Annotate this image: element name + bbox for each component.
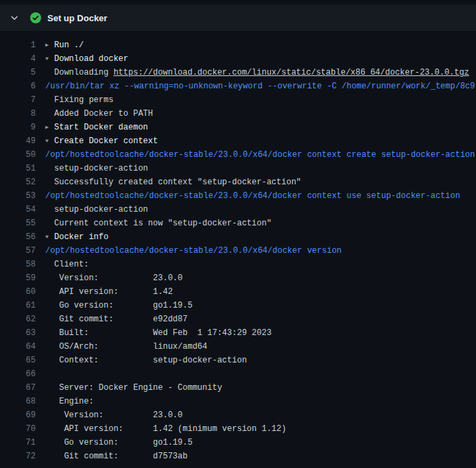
check-circle-icon	[30, 12, 41, 23]
line-number[interactable]: 56	[0, 230, 36, 244]
group-title: Create Docker context	[54, 136, 158, 146]
log-text: Successfully created context "setup-dock…	[45, 175, 301, 189]
log-line: 64 OS/Arch: linux/amd64	[0, 340, 476, 354]
line-number[interactable]: 5	[0, 66, 36, 79]
log-line: 69 Version: 23.0.0	[0, 408, 476, 422]
line-number[interactable]: 61	[0, 299, 36, 312]
log-text: Git commit: d7573ab	[45, 449, 187, 463]
log-line: 50/opt/hostedtoolcache/docker-stable/23.…	[0, 148, 476, 162]
log-text: Git commit: e92dd87	[45, 312, 187, 326]
log-text: /opt/hostedtoolcache/docker-stable/23.0.…	[45, 148, 475, 162]
log-text: Go version: go1.19.5	[45, 299, 193, 312]
log-group-line[interactable]: 56▼Docker info	[0, 230, 476, 244]
log-line: 53/opt/hostedtoolcache/docker-stable/23.…	[0, 189, 476, 203]
log-text: ▼Download docker	[45, 52, 128, 66]
line-number[interactable]: 55	[0, 217, 36, 230]
log-text: API version: 1.42	[45, 285, 173, 299]
log-line: 54setup-docker-action	[0, 203, 476, 217]
log-text: Server: Docker Engine - Community	[45, 381, 222, 395]
chevron-down-icon[interactable]	[9, 12, 20, 23]
line-number[interactable]: 64	[0, 340, 36, 354]
line-number[interactable]: 63	[0, 326, 36, 340]
line-number[interactable]: 65	[0, 354, 36, 367]
log-group-line[interactable]: 9▶Start Docker daemon	[0, 121, 476, 134]
log-text: Added Docker to PATH	[45, 107, 153, 121]
log-line: 5Downloading https://download.docker.com…	[0, 66, 476, 79]
line-number[interactable]: 9	[0, 121, 36, 134]
line-number[interactable]: 58	[0, 258, 36, 271]
log-group-line[interactable]: 49▼Create Docker context	[0, 134, 476, 148]
line-number[interactable]: 8	[0, 107, 36, 121]
line-number[interactable]: 62	[0, 312, 36, 326]
log-text: Version: 23.0.0	[45, 408, 182, 422]
log-text: /usr/bin/tar xz --warning=no-unknown-key…	[45, 79, 475, 93]
log-group-line[interactable]: 1▶Run ./	[0, 38, 476, 52]
line-number[interactable]: 59	[0, 271, 36, 285]
chevron-down-icon: ▼	[45, 134, 54, 148]
line-number[interactable]: 66	[0, 367, 36, 381]
log-text: Client:	[45, 258, 88, 271]
chevron-right-icon: ▶	[45, 121, 54, 134]
group-title: Start Docker daemon	[54, 123, 148, 132]
log-line: 65 Context: setup-docker-action	[0, 354, 476, 367]
log-text: Downloading https://download.docker.com/…	[45, 66, 469, 79]
log-line: 61 Go version: go1.19.5	[0, 299, 476, 312]
line-number[interactable]: 50	[0, 148, 36, 162]
log-text: Engine:	[45, 395, 94, 408]
log-text: OS/Arch: linux/amd64	[45, 340, 207, 354]
line-number[interactable]: 60	[0, 285, 36, 299]
log-text: Built: Wed Feb 1 17:43:29 2023	[45, 326, 272, 340]
log-text: Fixing perms	[45, 93, 113, 107]
line-number[interactable]: 70	[0, 422, 36, 436]
chevron-down-icon: ▼	[45, 52, 54, 66]
log-line: 57/opt/hostedtoolcache/docker-stable/23.…	[0, 244, 476, 258]
log-line: 72 Git commit: d7573ab	[0, 449, 476, 463]
log-text: /opt/hostedtoolcache/docker-stable/23.0.…	[45, 189, 460, 203]
log-line: 60 API version: 1.42	[0, 285, 476, 299]
line-number[interactable]: 52	[0, 175, 36, 189]
log-text: ▼Create Docker context	[45, 134, 158, 148]
log-line: 71 Go version: go1.19.5	[0, 436, 476, 449]
chevron-right-icon: ▶	[45, 38, 54, 52]
log-line: 68 Engine:	[0, 395, 476, 408]
line-number[interactable]: 72	[0, 449, 36, 463]
log-line: 66	[0, 367, 476, 381]
line-number[interactable]: 7	[0, 93, 36, 107]
line-number[interactable]: 71	[0, 436, 36, 449]
log-line: 63 Built: Wed Feb 1 17:43:29 2023	[0, 326, 476, 340]
log-line: 52Successfully created context "setup-do…	[0, 175, 476, 189]
log-text: /opt/hostedtoolcache/docker-stable/23.0.…	[45, 244, 342, 258]
line-number[interactable]: 54	[0, 203, 36, 217]
line-number[interactable]: 67	[0, 381, 36, 395]
line-number[interactable]: 57	[0, 244, 36, 258]
log-text: ▼Docker info	[45, 230, 108, 244]
group-title: Download docker	[54, 54, 128, 64]
line-number[interactable]: 53	[0, 189, 36, 203]
log-group-line[interactable]: 4▼Download docker	[0, 52, 476, 66]
line-number[interactable]: 1	[0, 38, 36, 52]
log-line: 7Fixing perms	[0, 93, 476, 107]
line-number[interactable]: 51	[0, 162, 36, 175]
group-title: Run ./	[54, 40, 84, 50]
line-number[interactable]: 68	[0, 395, 36, 408]
log-line: 59 Version: 23.0.0	[0, 271, 476, 285]
log-line: 62 Git commit: e92dd87	[0, 312, 476, 326]
log-link[interactable]: https://download.docker.com/linux/static…	[113, 68, 468, 77]
link-prefix: Downloading	[54, 68, 113, 77]
group-title: Docker info	[54, 232, 108, 242]
line-number[interactable]: 6	[0, 79, 36, 93]
line-number[interactable]: 49	[0, 134, 36, 148]
log-text: Context: setup-docker-action	[45, 354, 247, 367]
step-header[interactable]: Set up Docker	[0, 5, 476, 31]
line-number[interactable]: 4	[0, 52, 36, 66]
log-text: setup-docker-action	[45, 162, 148, 175]
chevron-down-icon: ▼	[45, 230, 54, 244]
log-text: setup-docker-action	[45, 203, 148, 217]
step-title: Set up Docker	[47, 13, 107, 23]
log-text: ▶Start Docker daemon	[45, 121, 148, 134]
log-text: API version: 1.42 (minimum version 1.12)	[45, 422, 286, 436]
log-text: Current context is now "setup-docker-act…	[45, 217, 272, 230]
log-text: ▶Run ./	[45, 38, 84, 52]
line-number[interactable]: 69	[0, 408, 36, 422]
log-text: Go version: go1.19.5	[45, 436, 193, 449]
